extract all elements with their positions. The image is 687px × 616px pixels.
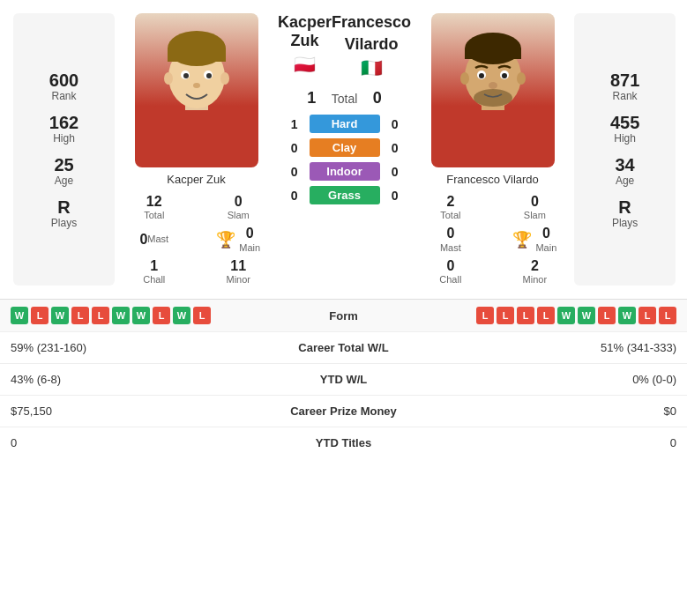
right-rank-label: Rank [610,90,639,102]
form-pill-left: W [112,307,130,324]
svg-rect-12 [449,106,537,167]
right-age-block: 34 Age [615,155,634,187]
left-trophy-main: 🏆 0 Main [204,225,274,253]
right-total-value: 2 [415,193,486,210]
stats-table: WLWLLWWLWL Form LLLLWWLWLL 59% (231-160)… [0,299,687,458]
form-pill-right: L [517,307,534,324]
right-main-stat: 0 Main [535,225,556,253]
right-rank-block: 871 Rank [610,71,639,102]
left-main-stat: 0 Main [239,225,260,253]
right-player-photo [431,13,555,167]
left-mast-label: Mast [147,234,168,245]
left-plays-value: R [51,197,77,217]
grass-score-left: 0 [287,189,302,203]
player-right-card: Francesco Vilardo 2 Total 0 Slam 0 Mast … [415,13,570,286]
left-chall-label: Chall [119,274,190,286]
grass-row: 0 Grass 0 [278,186,411,204]
grass-badge: Grass [310,186,380,204]
career-wl-left: 59% (231-160) [11,341,273,354]
left-info-panel: 600 Rank 162 High 25 Age R Plays [13,13,115,286]
hard-row: 1 Hard 0 [278,115,411,133]
center-right-name-line2: Vilardo [332,35,411,54]
top-section: 600 Rank 162 High 25 Age R Plays [0,0,687,299]
left-minor-label: Minor [204,274,274,286]
right-trophy-icon: 🏆 [512,230,532,249]
total-score-left: 1 [301,89,323,108]
right-slam-stat: 0 Slam [500,193,571,221]
total-score-right: 0 [366,89,388,108]
right-high-value: 455 [610,113,639,132]
svg-point-17 [474,89,512,107]
ytd-wl-row: 43% (6-8) YTD W/L 0% (0-0) [0,364,687,396]
svg-point-11 [220,72,229,85]
right-player-name: Francesco Vilardo [446,173,539,186]
left-rank-label: Rank [49,90,78,102]
ytd-titles-label: YTD Titles [273,436,414,449]
right-form-pills: LLLLWWLWLL [397,307,677,324]
form-pill-left: L [92,307,109,324]
prize-money-left: $75,150 [11,404,273,418]
right-chall-label: Chall [415,274,486,286]
clay-score-right: 0 [387,141,403,155]
surface-rows: 1 Hard 0 0 Clay 0 0 Indoor 0 0 Grass [278,115,411,204]
hard-badge: Hard [310,115,380,133]
left-chall-value: 1 [119,257,190,274]
left-total-label: Total [119,210,190,221]
prize-money-label: Career Prize Money [273,404,414,418]
hard-score-right: 0 [387,117,403,131]
career-wl-right: 51% (341-333) [414,341,677,354]
right-mast-value: 0 [415,225,486,241]
svg-point-24 [517,72,526,85]
left-player-name: Kacper Zuk [167,173,225,186]
svg-point-21 [502,73,507,78]
right-player-face-svg [431,13,555,167]
right-total-stat: 2 Total [415,193,486,221]
clay-badge: Clay [310,138,380,157]
indoor-score-right: 0 [387,165,403,179]
form-pill-right: W [618,307,636,324]
right-mast-label: Mast [415,242,486,254]
form-pill-right: L [598,307,616,324]
right-age-label: Age [615,174,634,187]
right-total-label: Total [415,210,486,221]
right-name-center: Francesco Vilardo 🇮🇹 [332,13,411,85]
left-high-label: High [49,132,78,145]
left-slam-stat: 0 Slam [204,193,274,221]
left-age-block: 25 Age [54,155,73,187]
names-row: Kacper Zuk 🇵🇱 Francesco Vilardo 🇮🇹 [278,13,411,85]
right-age-value: 34 [615,155,634,174]
right-mast-stat: 0 Mast [415,225,486,253]
left-minor-value: 11 [204,257,274,274]
left-form-pills: WLWLLWWLWL [11,307,291,324]
form-pill-right: W [557,307,575,324]
right-rank-value: 871 [610,71,639,90]
right-chall-value: 0 [415,257,486,274]
right-high-label: High [610,132,639,145]
center-column: Kacper Zuk 🇵🇱 Francesco Vilardo 🇮🇹 1 Tot… [273,13,415,286]
form-pill-right: L [537,307,555,324]
grass-score-right: 0 [387,189,403,203]
ytd-titles-left: 0 [11,436,273,449]
form-pill-left: L [193,307,211,324]
left-age-value: 25 [54,155,73,174]
right-slam-value: 0 [500,193,571,210]
svg-rect-4 [168,48,226,62]
right-flag: 🇮🇹 [332,57,411,78]
right-trophy-main: 🏆 0 Main [500,225,571,253]
svg-point-7 [183,73,189,78]
form-pill-left: L [153,307,170,324]
left-plays-label: Plays [51,217,77,229]
center-left-name: Kacper Zuk [278,13,332,50]
ytd-titles-right: 0 [414,436,677,449]
form-pill-right: W [578,307,595,324]
prize-money-right: $0 [414,404,677,418]
hard-score-left: 1 [287,117,302,131]
form-pill-left: W [173,307,190,324]
form-pill-right: L [638,307,656,324]
ytd-wl-left: 43% (6-8) [11,373,273,386]
total-row: 1 Total 0 [278,89,411,108]
right-chall-stat: 0 Chall [415,257,486,286]
left-name-center: Kacper Zuk 🇵🇱 [278,13,332,82]
svg-rect-16 [465,48,521,59]
right-plays-block: R Plays [612,197,638,229]
